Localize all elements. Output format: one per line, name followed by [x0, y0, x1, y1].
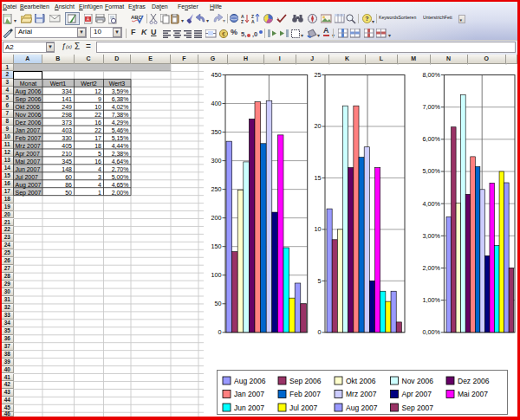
svg-text:0,00%: 0,00% [423, 328, 441, 336]
svg-text:150: 150 [211, 242, 222, 250]
svg-text:Jul 2007: Jul 2007 [289, 403, 317, 411]
svg-text:450: 450 [211, 70, 222, 78]
svg-text:Sep 2007: Sep 2007 [402, 403, 434, 411]
svg-text:5: 5 [318, 276, 322, 284]
svg-text:Jan 2007: Jan 2007 [234, 390, 264, 398]
svg-text:300: 300 [211, 157, 222, 165]
svg-text:3,00%: 3,00% [423, 231, 441, 239]
svg-text:0: 0 [318, 328, 322, 336]
svg-text:1,00%: 1,00% [423, 296, 441, 304]
svg-text:Okt 2006: Okt 2006 [346, 376, 376, 384]
svg-text:400: 400 [211, 99, 222, 107]
svg-text:Sep 2006: Sep 2006 [289, 376, 322, 384]
svg-text:Jun 2007: Jun 2007 [234, 403, 264, 411]
svg-text:15: 15 [315, 173, 322, 181]
svg-text:Mrz 2007: Mrz 2007 [346, 390, 377, 398]
svg-text:Feb 2007: Feb 2007 [289, 390, 321, 398]
svg-text:5,00%: 5,00% [423, 167, 441, 175]
svg-text:Aug 2007: Aug 2007 [346, 403, 378, 411]
svg-text:350: 350 [211, 127, 222, 135]
svg-text:Apr 2007: Apr 2007 [402, 390, 432, 398]
svg-text:Dez 2006: Dez 2006 [458, 376, 490, 384]
svg-text:7,00%: 7,00% [423, 103, 441, 111]
svg-text:8,00%: 8,00% [423, 70, 441, 78]
svg-text:10: 10 [315, 225, 322, 233]
svg-text:0: 0 [218, 328, 222, 336]
svg-text:Nov 2006: Nov 2006 [402, 376, 434, 384]
svg-text:4,00%: 4,00% [423, 199, 441, 207]
svg-text:100: 100 [211, 271, 222, 279]
svg-text:6,00%: 6,00% [423, 135, 441, 143]
svg-text:20: 20 [315, 122, 322, 130]
svg-text:2,00%: 2,00% [423, 263, 441, 271]
svg-text:250: 250 [211, 185, 222, 193]
svg-text:Aug 2006: Aug 2006 [234, 376, 266, 384]
svg-text:50: 50 [215, 300, 222, 307]
svg-text:200: 200 [211, 214, 222, 222]
svg-text:Mai 2007: Mai 2007 [458, 390, 488, 398]
svg-text:25: 25 [315, 70, 322, 78]
